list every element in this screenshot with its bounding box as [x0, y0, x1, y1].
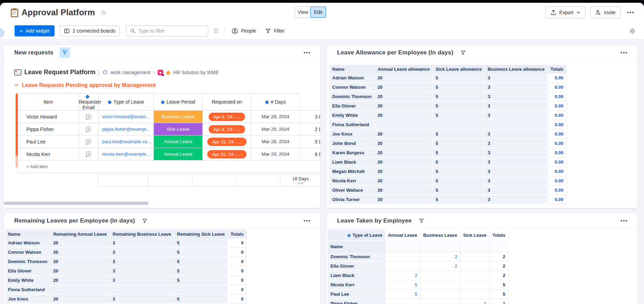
employee-name: Liam Black: [329, 158, 375, 167]
widget-more-menu-icon[interactable]: [619, 50, 629, 55]
totals-cell: 1: [489, 299, 508, 304]
days-cell[interactable]: 5 Days: [300, 136, 321, 148]
days-cell[interactable]: 3 Days: [300, 111, 321, 123]
type-of-leave-header[interactable]: Type of Leave: [346, 230, 385, 240]
add-widget-button[interactable]: + Add widget: [15, 25, 55, 36]
favorite-star-icon[interactable]: ☆: [100, 8, 107, 17]
people-filter-button[interactable]: People: [229, 26, 258, 36]
column-header[interactable]: Business Leave allowance: [485, 65, 548, 73]
add-update-button[interactable]: [79, 111, 99, 123]
board-link[interactable]: Leave Request Platform: [24, 69, 95, 76]
column-header[interactable]: Remaining Business Leave: [110, 230, 174, 238]
employee-name: Emily White: [5, 276, 50, 285]
widget-filter-icon[interactable]: [460, 50, 466, 55]
leave-period-pill[interactable]: Apr 8, '24 - ...: [209, 113, 245, 121]
column-header[interactable]: Business Leave: [420, 230, 460, 240]
requester-email-link[interactable]: pippa.fisher@exampl...: [99, 123, 154, 136]
widget-filter-badge[interactable]: [60, 47, 70, 58]
leave-period-pill[interactable]: Apr 15, '24 - ...: [207, 150, 246, 158]
column-header[interactable]: Totals: [548, 65, 567, 73]
save-filter-icon[interactable]: [213, 28, 219, 34]
widget-filter-icon[interactable]: [142, 218, 148, 224]
column-header[interactable]: Name: [5, 230, 50, 238]
column-header[interactable]: Annual Leave allowance: [375, 65, 433, 73]
widget-title: Leave Allowance per Employee (In days): [337, 49, 453, 56]
breadcrumb-separator: |: [98, 69, 100, 76]
page-title[interactable]: Approval Platform: [22, 8, 95, 17]
column-header[interactable]: Type of Leave: [99, 94, 154, 111]
column-header[interactable]: Name: [329, 65, 375, 73]
leave-period-pill[interactable]: Apr 8, '24 - ...: [209, 125, 245, 133]
item-name[interactable]: Paul Lee: [18, 136, 79, 148]
requested-on-cell[interactable]: Mar 28, 2024: [251, 136, 300, 148]
leave-type-cell[interactable]: Business Leave: [154, 111, 203, 123]
item-name[interactable]: Victor Howard: [18, 111, 79, 123]
view-toggle-button[interactable]: View: [295, 7, 311, 17]
item-name[interactable]: Nicola Kerr: [18, 148, 79, 160]
widget-more-menu-icon[interactable]: [302, 218, 312, 224]
column-header[interactable]: Sick Leave allowance: [433, 65, 485, 73]
leave-type-cell[interactable]: Annual Leave: [154, 148, 203, 160]
board-more-menu-icon[interactable]: [625, 10, 636, 15]
column-header[interactable]: Totals: [489, 230, 508, 240]
breadcrumb-chevron: ›: [153, 70, 154, 75]
column-header[interactable]: Sick Leave: [460, 230, 489, 240]
leave-period-cell[interactable]: Apr 8, '24 - ...: [203, 111, 251, 123]
column-header[interactable]: Item: [18, 94, 79, 111]
days-sum-cell[interactable]: 16 Days sum: [280, 174, 321, 186]
export-button[interactable]: Export: [545, 7, 585, 18]
table-row: Joe Knox20350: [5, 295, 246, 304]
leave-period-cell[interactable]: Apr 8, '24 - ...: [203, 123, 251, 136]
days-cell[interactable]: 6 Days: [300, 148, 321, 160]
leave-type-cell[interactable]: Sick Leave: [154, 123, 203, 136]
value-cell: 3: [485, 130, 548, 139]
requester-email-link[interactable]: victor.howard@exam...: [99, 111, 154, 123]
days-cell[interactable]: 2 Days: [300, 123, 321, 136]
add-update-button[interactable]: [79, 136, 99, 148]
requested-on-cell[interactable]: Mar 29, 2024: [251, 148, 300, 160]
leave-period-cell[interactable]: Apr 15, '24 - ...: [203, 136, 251, 148]
leave-type-cell[interactable]: Annual Leave: [154, 136, 203, 148]
value-cell: 20: [375, 167, 433, 176]
column-header[interactable]: Requested on: [203, 94, 251, 111]
app-link[interactable]: HR Solution by WME: [173, 70, 219, 75]
table-row: Dominic Thomson22: [328, 252, 509, 262]
invite-button[interactable]: Invite: [590, 7, 620, 18]
column-header[interactable]: Totals: [228, 230, 246, 238]
requested-on-cell[interactable]: Mar 29, 2024: [251, 123, 300, 136]
column-header[interactable]: Remaining Sick Leave: [174, 230, 228, 238]
add-update-icon: [85, 138, 92, 145]
column-header[interactable]: Leave Period: [154, 94, 203, 111]
settings-gear-icon[interactable]: [629, 28, 636, 34]
widget-more-menu-icon[interactable]: [302, 50, 312, 55]
widget-filter-icon[interactable]: [419, 218, 424, 224]
add-update-button[interactable]: [79, 148, 99, 160]
top-bar: Approval Platform ☆ View Edit Export: [0, 3, 644, 22]
table-row: Karen Burgess20530.00: [329, 148, 567, 158]
value-cell: 5: [433, 92, 485, 102]
horizontal-scrollbar[interactable]: [4, 202, 149, 205]
group-title[interactable]: Leave Requests Pending approval by Manag…: [14, 82, 320, 88]
column-header[interactable]: Remaining Annual Leave: [50, 230, 110, 238]
edit-toggle-button[interactable]: Edit: [310, 7, 326, 18]
filter-button[interactable]: Filter: [263, 26, 287, 36]
value-cell: [485, 120, 548, 130]
column-header[interactable]: Annual Leave: [385, 230, 420, 240]
requester-email-link[interactable]: nicola.kerr@example....: [99, 148, 154, 160]
workspace-link[interactable]: work management: [110, 70, 150, 75]
value-cell: 5: [174, 257, 228, 267]
add-update-button[interactable]: [79, 123, 99, 136]
leave-period-cell[interactable]: Apr 15, '24 - ...: [203, 148, 251, 160]
search-input[interactable]: [138, 28, 204, 34]
requester-email-link[interactable]: paul.lee@example.co...: [99, 136, 154, 148]
connected-boards-button[interactable]: 2 connected boards: [59, 25, 120, 36]
column-header[interactable]: Requester Email: [79, 94, 99, 111]
add-item-row[interactable]: + Add item: [18, 160, 321, 173]
item-name[interactable]: Pippa Fisher: [18, 123, 79, 136]
name-header[interactable]: Name: [328, 240, 346, 252]
widget-more-menu-icon[interactable]: [619, 218, 629, 224]
leave-period-pill[interactable]: Apr 15, '24 - ...: [207, 138, 246, 146]
column-header[interactable]: # Days: [251, 94, 300, 111]
requested-on-cell[interactable]: Mar 29, 2024: [251, 111, 300, 123]
employee-name: Olivia Turner: [329, 195, 375, 205]
